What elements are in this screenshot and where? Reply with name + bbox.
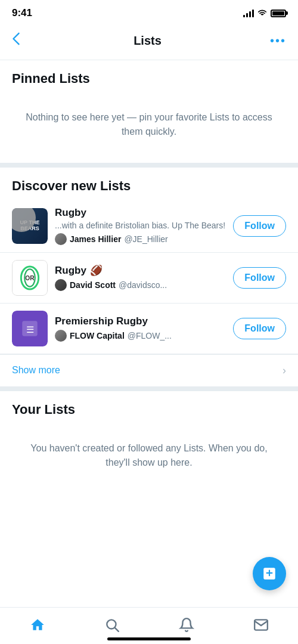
your-lists-empty: You haven't created or followed any List… [0,423,298,488]
discover-lists-section: Discover new Lists UP THEBEARS Rugby ...… [0,168,298,391]
create-list-icon [262,566,277,581]
follow-button[interactable]: Follow [233,318,286,339]
list-item: UP THEBEARS Rugby ...with a definite Bri… [0,200,298,253]
list-name: Rugby [55,207,226,219]
show-more-label: Show more [12,365,60,376]
more-button[interactable]: ••• [270,34,286,48]
show-more-button[interactable]: Show more › [0,354,298,386]
create-list-fab[interactable] [253,557,286,590]
owner-handle: @FLOW_... [128,331,172,340]
prem-logo: ☰ [20,318,40,339]
bell-icon [179,617,194,637]
status-bar: 9:41 [0,0,298,24]
follow-button[interactable]: Follow [233,267,286,289]
list-info: Rugby 🏈 David Scott @davidsco... [55,264,226,291]
nav-search[interactable] [92,615,132,639]
your-lists-title: Your Lists [0,391,298,423]
home-icon [30,617,45,637]
owner-handle: @davidsco... [119,280,167,290]
header: Lists ••• [0,24,298,60]
list-info: Rugby ...with a definite Bristolian bias… [55,207,226,245]
list-avatar-prem-bg: ☰ [12,311,48,346]
svg-text:☰: ☰ [26,324,34,334]
list-name: Rugby 🏈 [55,264,226,277]
list-avatar-or-bg: OR [12,260,48,296]
list-item: ☰ Premiership Rugby FLOW Capital @FLOW_.… [0,304,298,354]
pinned-lists-title: Pinned Lists [0,60,298,92]
owner-avatar [55,330,67,342]
pinned-lists-section: Pinned Lists Nothing to see here yet — p… [0,60,298,168]
list-item: OR Rugby 🏈 David Scott @davidsco... Foll… [0,253,298,304]
list-avatar: UP THEBEARS [12,208,48,244]
list-info: Premiership Rugby FLOW Capital @FLOW_... [55,315,226,342]
rugby-emoji: 🏈 [90,264,103,277]
owner-name: David Scott [70,280,116,290]
owner-name: James Hillier [70,234,121,244]
wifi-icon [257,8,267,18]
your-lists-section: Your Lists You haven't created or follow… [0,391,298,524]
list-description: ...with a definite Bristolian bias. Up T… [55,220,226,232]
mail-icon [253,617,269,637]
list-owner: James Hillier @JE_Hillier [55,233,226,245]
owner-name: FLOW Capital [70,331,125,340]
or-logo: OR [17,265,43,291]
list-avatar: ☰ [12,311,48,346]
owner-avatar [55,279,67,291]
status-icons [243,8,286,18]
pinned-lists-empty: Nothing to see here yet — pin your favor… [0,92,298,151]
home-indicator [107,637,191,640]
svg-line-6 [114,628,118,631]
chevron-right-icon: › [283,364,286,377]
back-button[interactable] [12,30,25,51]
owner-avatar [55,233,67,245]
page-title: Lists [134,34,162,48]
battery-icon [271,10,286,17]
nav-home[interactable] [18,615,57,639]
owner-handle: @JE_Hillier [124,234,167,244]
svg-text:OR: OR [25,274,35,281]
discover-lists-title: Discover new Lists [0,168,298,200]
nav-notifications[interactable] [167,615,206,639]
nav-messages[interactable] [241,615,281,639]
search-icon [104,617,120,637]
list-name: Premiership Rugby [55,315,226,327]
list-avatar: OR [12,260,48,296]
status-time: 9:41 [12,7,32,19]
list-owner: FLOW Capital @FLOW_... [55,330,226,342]
list-owner: David Scott @davidsco... [55,279,226,291]
signal-icon [243,9,254,17]
follow-button[interactable]: Follow [233,215,286,237]
